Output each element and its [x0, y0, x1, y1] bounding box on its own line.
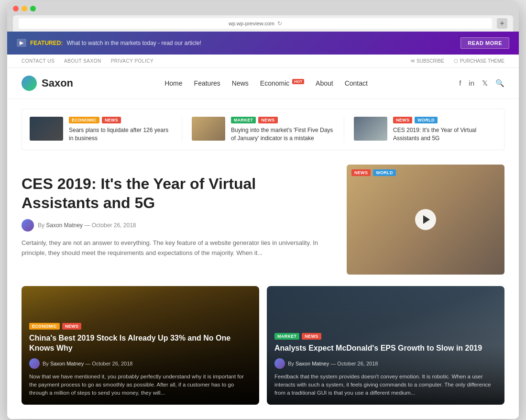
hero-author-name: Saxon Matney — [46, 222, 83, 229]
card-author-text-1: By Saxon Matney — October 26, 2018 — [43, 361, 132, 366]
facebook-icon[interactable]: f — [459, 79, 461, 87]
card-tag-market-2: MARKET — [274, 333, 299, 340]
browser-window: wp.wp-preview.com ↻ + ▶ FEATURED: What t… — [7, 1, 519, 420]
theme-icon: ⬡ — [454, 58, 458, 64]
top-nav: CONTACT US ABOUT SAXON PRIVACY POLICY ✉ … — [7, 55, 519, 68]
about-link[interactable]: ABOUT SAXON — [64, 58, 101, 64]
strip-thumb-1 — [30, 117, 63, 141]
strip-item-3-info: NEWS WORLD CES 2019: It's the Year of Vi… — [393, 117, 496, 143]
browser-buttons — [13, 6, 513, 11]
top-nav-right: ✉ SUBSCRIBE ⬡ PURCHASE THEME — [411, 58, 504, 64]
hero-author-text: By Saxon Matney — October 26, 2018 — [38, 222, 136, 229]
hero-title: CES 2019: It's the Year of Virtual Assis… — [22, 174, 328, 212]
nav-home[interactable]: Home — [164, 79, 182, 87]
mail-icon: ✉ — [411, 58, 415, 64]
nav-icons: f in 𝕏 🔍 — [459, 79, 504, 88]
nav-contact[interactable]: Contact — [345, 79, 368, 87]
hero-section: CES 2019: It's the Year of Virtual Assis… — [22, 165, 504, 275]
twitter-icon[interactable]: 𝕏 — [482, 79, 488, 88]
strip-item-3[interactable]: NEWS WORLD CES 2019: It's the Year of Vi… — [344, 117, 496, 143]
browser-chrome: wp.wp-preview.com ↻ + — [7, 1, 519, 32]
play-icon — [423, 215, 430, 224]
strip-tag-news-3: NEWS — [393, 117, 412, 123]
card-grid: ECONOMIC NEWS China's Best 2019 Stock Is… — [22, 286, 504, 405]
card-tag-news-2: NEWS — [302, 333, 321, 340]
card-author-1: By Saxon Matney — October 26, 2018 — [29, 358, 252, 369]
nav-features[interactable]: Features — [194, 79, 220, 87]
minimize-button[interactable] — [22, 6, 27, 11]
maximize-button[interactable] — [30, 6, 36, 11]
strip-title-1: Sears plans to liquidate after 126 years… — [69, 126, 172, 143]
card-author-name-2: Saxon Matney — [296, 361, 329, 366]
nav-economic[interactable]: Economic HOT — [260, 79, 304, 87]
card-title-1: China's Best 2019 Stock Is Already Up 33… — [29, 333, 252, 354]
card-tags-1: ECONOMIC NEWS — [29, 323, 252, 330]
nav-news[interactable]: News — [232, 79, 249, 87]
logo[interactable]: Saxon — [22, 76, 73, 91]
purchase-link[interactable]: ⬡ PURCHASE THEME — [454, 58, 504, 64]
reload-icon[interactable]: ↻ — [277, 20, 282, 27]
card-tags-2: MARKET NEWS — [274, 333, 497, 340]
author-avatar — [22, 219, 34, 232]
strip-title-2: Buying into the market's 'First Five Day… — [231, 126, 334, 143]
card-avatar-1 — [29, 358, 40, 369]
card-author-text-2: By Saxon Matney — October 26, 2018 — [288, 361, 378, 366]
main-nav: Saxon Home Features News Economic HOT Ab… — [7, 68, 519, 99]
strip-tag-market-2: MARKET — [231, 117, 256, 123]
strip-item-1-info: ECONOMIC NEWS Sears plans to liquidate a… — [69, 117, 172, 143]
featured-text: What to watch in the markets today - rea… — [66, 40, 201, 46]
strip-tag-economic-1: ECONOMIC — [69, 117, 99, 123]
url-bar[interactable]: wp.wp-preview.com ↻ — [19, 18, 492, 29]
top-nav-left: CONTACT US ABOUT SAXON PRIVACY POLICY — [22, 58, 153, 64]
read-more-button[interactable]: READ MORE — [460, 37, 509, 49]
card-content-2: MARKET NEWS Analysts Expect McDonald's E… — [267, 325, 504, 405]
subscribe-link[interactable]: ✉ SUBSCRIBE — [411, 58, 444, 64]
play-button[interactable] — [415, 209, 436, 230]
hero-tag-world: WORLD — [373, 169, 396, 176]
strip-meta-2: MARKET NEWS — [231, 117, 334, 123]
url-text: wp.wp-preview.com — [229, 21, 274, 26]
browser-toolbar: wp.wp-preview.com ↻ + — [13, 15, 513, 32]
strip-meta-1: ECONOMIC NEWS — [69, 117, 172, 123]
logo-text: Saxon — [42, 77, 73, 89]
strip-meta-3: NEWS WORLD — [393, 117, 496, 123]
strip-thumb-3 — [354, 117, 387, 141]
hero-image[interactable]: NEWS WORLD — [347, 165, 504, 275]
card-title-2: Analysts Expect McDonald's EPS Growth to… — [274, 343, 497, 354]
strip-item-2[interactable]: MARKET NEWS Buying into the market's 'Fi… — [182, 117, 334, 143]
card-1[interactable]: ECONOMIC NEWS China's Best 2019 Stock Is… — [22, 286, 259, 405]
featured-banner: ▶ FEATURED: What to watch in the markets… — [7, 32, 519, 55]
hero-excerpt: Certainly, they are not an answer to eve… — [22, 238, 328, 258]
linkedin-icon[interactable]: in — [469, 79, 474, 87]
close-button[interactable] — [13, 6, 19, 11]
featured-label: FEATURED: — [30, 40, 63, 46]
card-tag-economic-1: ECONOMIC — [29, 323, 60, 330]
strip-tag-world-3: WORLD — [415, 117, 438, 123]
nav-about[interactable]: About — [316, 79, 333, 87]
privacy-link[interactable]: PRIVACY POLICY — [111, 58, 153, 64]
card-excerpt-1: Now that we have mentioned it, you proba… — [29, 373, 252, 398]
strip-tag-news-1: NEWS — [102, 117, 121, 123]
search-icon[interactable]: 🔍 — [495, 79, 504, 88]
strip-thumb-2 — [192, 117, 225, 141]
contact-us-link[interactable]: CONTACT US — [22, 58, 55, 64]
card-2[interactable]: MARKET NEWS Analysts Expect McDonald's E… — [267, 286, 504, 405]
card-content-1: ECONOMIC NEWS China's Best 2019 Stock Is… — [22, 315, 259, 405]
strip-item-1[interactable]: ECONOMIC NEWS Sears plans to liquidate a… — [30, 117, 172, 143]
card-author-name-1: Saxon Matney — [50, 361, 84, 366]
strip-tag-news-2: NEWS — [258, 117, 277, 123]
logo-icon — [22, 76, 37, 91]
content-area: ECONOMIC NEWS Sears plans to liquidate a… — [7, 99, 519, 420]
new-tab-button[interactable]: + — [497, 18, 507, 29]
featured-icon: ▶ — [17, 39, 26, 47]
hero-img-bg: NEWS WORLD — [347, 165, 504, 275]
nav-links: Home Features News Economic HOT About Co… — [164, 79, 368, 87]
featured-left: ▶ FEATURED: What to watch in the markets… — [17, 39, 201, 47]
hero-tag-news: NEWS — [351, 169, 371, 176]
hero-author: By Saxon Matney — October 26, 2018 — [22, 219, 328, 232]
featured-strip: ECONOMIC NEWS Sears plans to liquidate a… — [22, 109, 504, 151]
card-author-2: By Saxon Matney — October 26, 2018 — [274, 358, 497, 369]
page-content: ▶ FEATURED: What to watch in the markets… — [7, 32, 519, 420]
economic-badge: HOT — [292, 79, 304, 84]
hero-text: CES 2019: It's the Year of Virtual Assis… — [22, 165, 347, 275]
